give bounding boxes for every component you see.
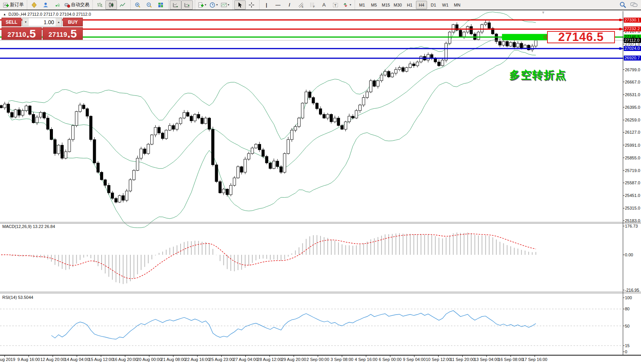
date-label: 15 Aug 12:00 (89, 357, 113, 362)
date-label: 16 Aug 20:00 (113, 357, 138, 362)
periods-button[interactable]: ▾ (208, 0, 219, 10)
chart-shift-marker-icon[interactable]: ▼ (541, 10, 545, 15)
date-label: 9 Sep 04:00 (403, 357, 426, 362)
trendline-button[interactable]: / (284, 0, 295, 10)
price-callout-label[interactable]: 27146.5 (547, 31, 615, 43)
sell-button[interactable]: SELL (2, 18, 21, 26)
indicators-caret: ▾ (205, 3, 206, 7)
line-chart-button[interactable] (117, 0, 128, 10)
date-label: 25 Aug 23:00 (209, 357, 234, 362)
cursor-button[interactable] (234, 0, 246, 10)
date-label: 22 Aug 16:00 (185, 357, 210, 362)
axis-label: -216.95 (625, 288, 639, 292)
buy-button[interactable]: BUY (63, 18, 83, 26)
date-label: 13 Sep 04:00 (474, 357, 499, 362)
autotrading-button[interactable]: 自动交易 (63, 0, 90, 10)
periods-caret: ▾ (216, 3, 218, 7)
timeframe-button-m30[interactable]: M30 (392, 1, 403, 9)
collapse-arrow-icon[interactable]: ▲ (3, 13, 6, 16)
text-label-button[interactable]: T (330, 0, 341, 10)
signals-button[interactable] (51, 0, 63, 10)
rsi-header: RSI(14) 53.5044 (2, 295, 33, 300)
zoom-out-button[interactable] (143, 0, 155, 10)
candlestick-button[interactable] (105, 0, 117, 10)
axis-label: 0 (625, 349, 627, 354)
buy-price-main: 27119 (49, 31, 67, 39)
date-label: 14 Aug 04:00 (64, 357, 89, 362)
tile-windows-button[interactable] (155, 0, 166, 10)
timeframe-button-d1[interactable]: D1 (428, 1, 439, 9)
timeframe-button-m1[interactable]: M1 (357, 1, 368, 9)
date-label: 27 Aug 04:00 (233, 357, 258, 362)
chart-shift-button[interactable] (181, 0, 193, 10)
fibonacci-button[interactable]: F (307, 0, 318, 10)
text-label-icon: T (332, 2, 339, 8)
community-icon (43, 2, 49, 8)
fibonacci-icon: F (309, 2, 316, 8)
date-label: 11 Sep 20:00 (450, 357, 475, 362)
toolbar-group-cursor (233, 0, 258, 10)
timeframe-button-w1[interactable]: W1 (440, 1, 451, 9)
date-label: 10 Sep 12:00 (426, 357, 451, 362)
axis-label: 0.00 (625, 253, 633, 257)
svg-text:T: T (334, 3, 337, 7)
metaeditor-icon (31, 2, 37, 8)
axis-label: 26667.0 (625, 80, 640, 84)
axis-label: 26395.0 (625, 105, 640, 110)
chart-ohlc-header: ▲ DJ30-,H4 27112.0 27117.0 27104.0 27112… (3, 12, 91, 16)
symbol-period-label: DJ30-,H4 (8, 12, 26, 16)
volume-increase-button[interactable]: ▲ (56, 18, 62, 26)
green-zone-rect[interactable] (502, 34, 548, 40)
trendline-icon: / (289, 2, 290, 7)
date-label: 17 Sep 16:00 (522, 357, 547, 362)
price-tag: 26920.7 (624, 56, 641, 61)
timeframe-button-h1[interactable]: H1 (404, 1, 415, 9)
timeframe-button-m5[interactable]: M5 (368, 1, 380, 9)
search-icon[interactable] (620, 2, 626, 8)
text-icon: A (322, 2, 326, 7)
chart-canvas[interactable] (0, 0, 641, 364)
axis-label: 26259.0 (625, 118, 640, 122)
vertical-line-button[interactable]: | (261, 0, 272, 10)
new-order-label: 新订单 (10, 2, 24, 8)
ohlc-open: 27112.0 (28, 12, 43, 16)
sell-price-display[interactable]: 27110 .5 (2, 27, 42, 40)
date-label: 16 Sep 08:00 (498, 357, 523, 362)
autotrading-icon (64, 2, 70, 8)
community-button[interactable] (40, 0, 51, 10)
autotrading-label: 自动交易 (71, 2, 89, 8)
bar-chart-button[interactable] (94, 0, 105, 10)
macd-indicator (1, 233, 536, 284)
buy-price-display[interactable]: 27119 .5 (43, 27, 83, 40)
volume-input[interactable] (29, 18, 56, 26)
text-button[interactable]: A (318, 0, 330, 10)
indicators-button[interactable]: ▾ (196, 0, 208, 10)
crosshair-button[interactable] (246, 0, 257, 10)
channel-button[interactable]: E (295, 0, 307, 10)
chat-icon[interactable] (630, 2, 638, 8)
chart-shift-icon (184, 2, 190, 8)
horizontal-line-button[interactable]: — (272, 0, 284, 10)
toolbar-group-insert: ▾ ▾ ▾ (195, 0, 232, 10)
arrows-button[interactable]: ▾ (341, 0, 353, 10)
timeframe-button-m15[interactable]: M15 (380, 1, 391, 9)
toolbar-right (620, 2, 641, 8)
volume-decrease-button[interactable]: ▼ (23, 18, 29, 26)
rsi-indicator (0, 309, 623, 346)
timeframe-button-mn[interactable]: MN (452, 1, 463, 9)
indicators-icon (198, 2, 204, 8)
new-order-button[interactable]: 新订单 (2, 0, 25, 10)
candles[interactable] (0, 20, 537, 203)
date-label: 6 Sep 00:00 (379, 357, 401, 362)
autoscroll-button[interactable] (170, 0, 181, 10)
zoom-in-button[interactable] (132, 0, 143, 10)
templates-button[interactable]: ▾ (219, 0, 231, 10)
bar-chart-icon (97, 2, 103, 8)
autoscroll-icon (173, 2, 179, 8)
axis-label: 50 (625, 324, 629, 328)
price-tag: 27330.1 (624, 18, 641, 23)
new-order-icon (3, 2, 9, 8)
chinese-note-label[interactable]: 多空转折点 (509, 68, 567, 82)
metaeditor-button[interactable] (28, 0, 40, 10)
timeframe-button-h4[interactable]: H4 (416, 1, 427, 9)
